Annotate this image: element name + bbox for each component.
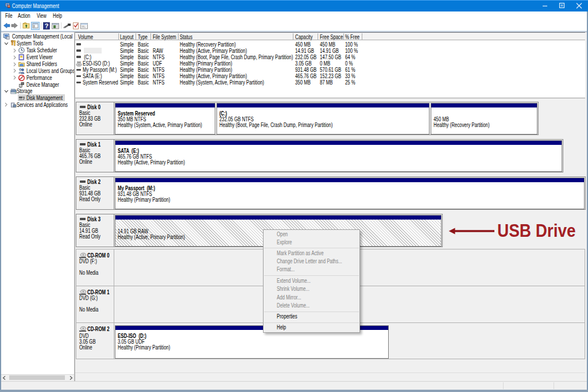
svg-text:?: ? [45, 22, 49, 29]
